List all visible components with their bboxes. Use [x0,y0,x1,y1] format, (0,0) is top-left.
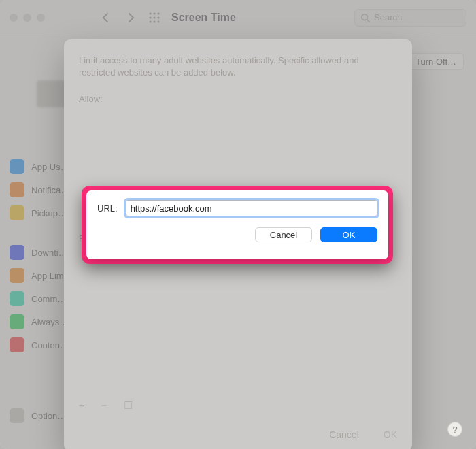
ok-button[interactable]: OK [320,227,377,242]
settings-window: Screen Time Search Turn Off… App Us… Not… [0,0,476,449]
annotation-highlight: URL: Cancel OK [82,186,393,264]
url-input[interactable] [126,200,377,216]
url-entry-sheet: URL: Cancel OK [86,190,388,259]
url-label: URL: [97,203,118,214]
help-button[interactable]: ? [447,422,462,437]
cancel-button[interactable]: Cancel [255,227,312,242]
